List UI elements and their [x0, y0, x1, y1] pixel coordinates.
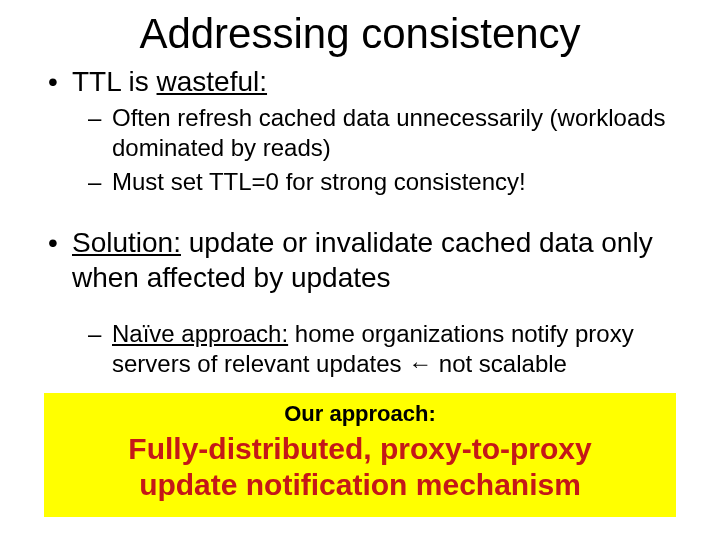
dash: – [88, 319, 112, 379]
callout-box: Our approach: Fully-distributed, proxy-t… [44, 393, 676, 517]
bullet-text: TTL is wasteful: [72, 64, 267, 99]
bullet-solution: • Solution: update or invalidate cached … [48, 225, 690, 295]
dash: – [88, 167, 112, 197]
dash: – [88, 103, 112, 163]
subbullet-text: Naïve approach: home organizations notif… [112, 319, 690, 379]
subbullet-ttl-zero: – Must set TTL=0 for strong consistency! [88, 167, 690, 197]
callout-lead: Our approach: [54, 401, 666, 427]
subbullet-naive: – Naïve approach: home organizations not… [88, 319, 690, 379]
subbullet-text: Must set TTL=0 for strong consistency! [112, 167, 526, 197]
bullet-ttl-wasteful: • TTL is wasteful: [48, 64, 690, 99]
bullet-text: Solution: update or invalidate cached da… [72, 225, 690, 295]
slide-title: Addressing consistency [30, 10, 690, 58]
subbullet-refresh: – Often refresh cached data unnecessaril… [88, 103, 690, 163]
bullet-dot: • [48, 225, 72, 295]
bullet-dot: • [48, 64, 72, 99]
subbullet-text: Often refresh cached data unnecessarily … [112, 103, 690, 163]
callout-main: Fully-distributed, proxy-to-proxy update… [54, 431, 666, 503]
